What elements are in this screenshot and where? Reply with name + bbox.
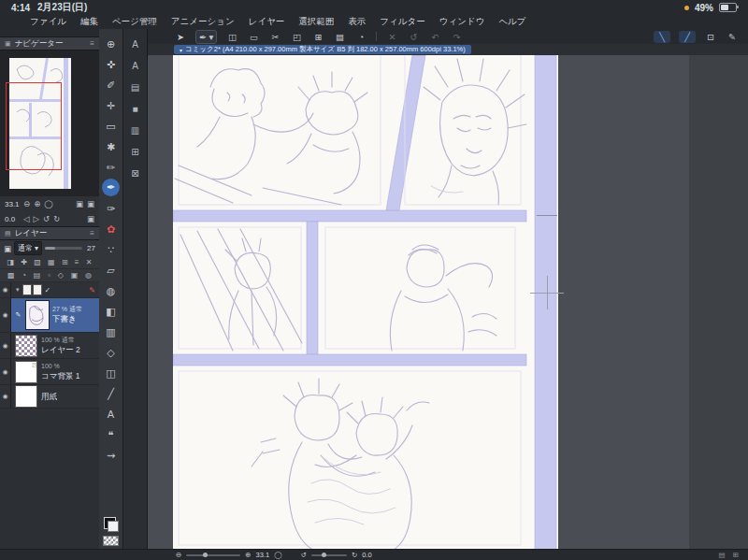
layer-command-icon[interactable]: ▦ — [48, 258, 55, 266]
close-panel-icon[interactable]: ⊠ — [127, 165, 144, 180]
snap-special-ruler-icon[interactable]: ╲ — [654, 31, 670, 43]
grid-icon[interactable]: ⊞ — [311, 31, 324, 43]
menu-item[interactable]: アニメーション — [171, 16, 235, 28]
operation-tool-icon[interactable]: ➤ — [174, 31, 187, 43]
fit-screen-button[interactable]: ▣ — [76, 199, 83, 208]
layer-command-icon[interactable]: ⊞ — [62, 258, 68, 266]
visibility-toggle-icon[interactable]: ◉ — [0, 359, 11, 384]
menu-item[interactable]: フィルター — [380, 16, 424, 28]
menu-item[interactable]: 表示 — [348, 16, 366, 28]
timelapse-icon[interactable]: ◔ — [354, 31, 367, 43]
layer-command-icon[interactable]: ▫ — [48, 271, 50, 280]
brush-preset-dropdown[interactable]: ✒ ▾ — [195, 30, 217, 44]
layer-command-icon[interactable]: ▣ — [71, 271, 79, 280]
fit-window-icon[interactable]: ▤ — [719, 551, 726, 559]
layer-opacity-slider[interactable] — [45, 247, 82, 250]
layer-command-icon[interactable]: ◨ — [7, 258, 15, 266]
toolbar-separator[interactable] — [376, 32, 377, 41]
figure-tool-icon[interactable]: ◇ — [102, 342, 120, 363]
layer-panel-header[interactable]: ▤ レイヤー ≡ — [0, 226, 99, 240]
layer-command-icon[interactable]: ▩ — [7, 271, 15, 280]
rotate-ccw-button[interactable]: ↺ — [43, 214, 50, 223]
document-tab[interactable]: ▾ コミック2* (A4 210.00 x 297.00mm 製本サイズ B5 … — [174, 45, 471, 54]
comic-page[interactable] — [173, 55, 558, 550]
redo-icon[interactable]: ↷ — [450, 31, 463, 43]
pixel-grid-icon[interactable]: ⊞ — [733, 551, 739, 559]
visibility-toggle-icon[interactable]: ◉ — [0, 385, 11, 408]
selection-launcher-icon[interactable]: ◫ — [225, 31, 238, 43]
auto-select-tool-icon[interactable]: ✱ — [102, 136, 120, 157]
layer-command-icon[interactable]: ✚ — [21, 258, 27, 266]
canvas-viewport[interactable] — [148, 55, 748, 550]
zoom-reset-button[interactable]: ◯ — [274, 551, 281, 559]
panel-menu-icon[interactable]: ≡ — [90, 39, 94, 48]
decoration-tool-icon[interactable]: ✿ — [102, 219, 120, 239]
layer-command-icon[interactable]: ◔ — [22, 271, 26, 280]
auto-action-panel-icon[interactable]: A — [127, 36, 144, 51]
rotate-cw-button[interactable]: ↻ — [53, 214, 60, 223]
lasso-icon[interactable]: ✂ — [268, 31, 281, 43]
menu-item[interactable]: 編集 — [80, 16, 98, 28]
visibility-toggle-icon[interactable]: ◉ — [0, 298, 11, 332]
navigator-view-rectangle[interactable] — [6, 82, 62, 170]
flip-button[interactable]: ▣ — [87, 214, 94, 223]
text-style-panel-icon[interactable]: A — [127, 58, 144, 73]
workspace-panel-icon[interactable]: ⊞ — [127, 144, 144, 159]
actual-size-button[interactable]: ▣ — [87, 199, 94, 208]
frame-border-tool-icon[interactable]: ◫ — [102, 363, 120, 383]
toolbar-spacer[interactable] — [471, 31, 645, 43]
zoom-in-button[interactable]: ⊕ — [245, 551, 251, 559]
layer-row-selected[interactable]: ◉ ✎ 27 % 通常 下書き — [0, 298, 99, 333]
blend-mode-dropdown[interactable]: 通常 ▾ — [14, 241, 42, 255]
layer-command-icon[interactable]: ≡ — [75, 258, 79, 266]
reset-view-icon[interactable]: ↺ — [407, 31, 420, 43]
ruler-tool-icon[interactable]: ╱ — [102, 383, 120, 404]
zoom-tool-icon[interactable]: ⊕ — [102, 34, 120, 54]
zoom-reset-button[interactable]: ◯ — [44, 199, 53, 208]
color-panel-icon[interactable]: ■ — [127, 101, 144, 116]
eraser-tool-icon[interactable]: ▱ — [102, 260, 120, 280]
balloon-tool-icon[interactable]: ❝ — [102, 424, 120, 445]
layer-command-icon[interactable]: ▧ — [34, 258, 41, 266]
rotate-right-step-button[interactable]: ▷ — [34, 214, 40, 223]
pattern-panel-icon[interactable]: ▥ — [127, 122, 144, 137]
zoom-out-button[interactable]: ⊖ — [23, 199, 30, 208]
navigator-preview[interactable] — [0, 50, 99, 196]
airbrush-tool-icon[interactable]: ∵ — [102, 239, 120, 260]
brush-tool-icon[interactable]: ✑ — [102, 198, 120, 219]
menu-item[interactable]: ファイル — [30, 16, 66, 28]
fill-tool-icon[interactable]: ◧ — [102, 301, 120, 322]
rotate-cw-button[interactable]: ↻ — [352, 551, 357, 559]
toolbar-settings-icon[interactable]: ✎ — [726, 31, 739, 43]
move-tool-icon[interactable]: ✛ — [102, 95, 120, 116]
layer-row[interactable]: ◉ 100 % 通常 レイヤー 2 — [0, 333, 99, 359]
eyedropper-tool-icon[interactable]: ✐ — [102, 75, 120, 95]
layer-command-icon[interactable]: ▤ — [34, 271, 41, 280]
rotate-left-step-button[interactable]: ◁ — [23, 214, 30, 223]
blend-tool-icon[interactable]: ◍ — [102, 280, 120, 301]
visibility-toggle-icon[interactable]: ◉ — [0, 282, 11, 297]
transparent-color-swatch[interactable] — [103, 536, 119, 546]
gradient-tool-icon[interactable]: ▥ — [102, 322, 120, 342]
clear-icon[interactable]: ✕ — [385, 31, 398, 43]
layer-row[interactable]: ◉ ◳ 100 % コマ背景 1 — [0, 359, 99, 385]
zoom-slider[interactable] — [186, 554, 240, 556]
menu-item[interactable]: ウィンドウ — [439, 16, 485, 28]
hand-tool-icon[interactable]: ✜ — [102, 54, 120, 75]
zoom-out-button[interactable]: ⊖ — [176, 551, 181, 559]
rotate-ccw-button[interactable]: ↺ — [301, 551, 307, 559]
layer-command-icon[interactable]: ✕ — [86, 258, 93, 266]
selection-tool-icon[interactable]: ▭ — [102, 116, 120, 136]
pen-tool-icon[interactable]: ✒ — [102, 179, 120, 196]
undo-icon[interactable]: ↶ — [428, 31, 441, 43]
line-correction-tool-icon[interactable]: ⇝ — [102, 445, 120, 466]
menu-item[interactable]: ヘルプ — [498, 16, 525, 28]
main-sub-color-swatch[interactable] — [104, 517, 119, 532]
snap-ruler-icon[interactable]: ╱ — [679, 31, 696, 43]
pencil-tool-icon[interactable]: ✏ — [102, 157, 120, 178]
zoom-in-button[interactable]: ⊕ — [34, 199, 40, 208]
folder-expand-icon[interactable]: ▾ — [16, 286, 20, 294]
frame-icon[interactable]: ◰ — [290, 31, 303, 43]
visibility-toggle-icon[interactable]: ◉ — [0, 333, 11, 358]
marquee-icon[interactable]: ▭ — [247, 31, 260, 43]
